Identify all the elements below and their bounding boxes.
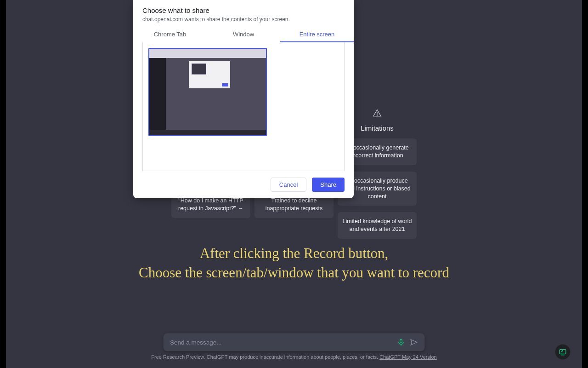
instruction-line-2: Choose the screen/tab/window that you wa… bbox=[0, 263, 588, 282]
footer-version-link[interactable]: ChatGPT May 24 Version bbox=[379, 354, 437, 360]
footer-text: Free Research Preview. ChatGPT may produ… bbox=[0, 354, 588, 360]
microphone-icon[interactable] bbox=[397, 338, 405, 346]
cancel-button[interactable]: Cancel bbox=[271, 178, 306, 192]
dialog-title: Choose what to share bbox=[133, 0, 354, 16]
tab-entire-screen[interactable]: Entire screen bbox=[280, 27, 354, 42]
letterbox-left bbox=[0, 0, 6, 368]
instruction-line-1: After clicking the Record button, bbox=[0, 244, 588, 263]
message-input[interactable]: Send a message... bbox=[164, 334, 424, 351]
message-placeholder: Send a message... bbox=[170, 339, 392, 346]
tab-window[interactable]: Window bbox=[207, 27, 280, 42]
dialog-buttons: Cancel Share bbox=[133, 171, 354, 192]
limitation-card[interactable]: Limited knowledge of world and events af… bbox=[338, 212, 417, 239]
record-screen-icon bbox=[559, 348, 567, 356]
warning-icon bbox=[373, 109, 382, 118]
limitations-title: Limitations bbox=[361, 124, 394, 132]
footer-disclaimer: Free Research Preview. ChatGPT may produ… bbox=[151, 354, 379, 360]
svg-rect-4 bbox=[560, 350, 566, 354]
svg-point-1 bbox=[377, 115, 377, 115]
screen-thumbnail-selected[interactable] bbox=[148, 48, 267, 136]
screen-share-dialog: Choose what to share chat.openai.com wan… bbox=[133, 0, 354, 198]
tab-chrome-tab[interactable]: Chrome Tab bbox=[133, 27, 207, 42]
share-button[interactable]: Share bbox=[312, 178, 345, 192]
send-icon[interactable] bbox=[410, 338, 418, 346]
instruction-text: After clicking the Record button, Choose… bbox=[0, 244, 588, 282]
share-thumbnails bbox=[142, 42, 345, 171]
record-button[interactable] bbox=[555, 344, 571, 360]
letterbox-right bbox=[582, 0, 588, 368]
dialog-subtitle: chat.openai.com wants to share the conte… bbox=[133, 16, 354, 27]
share-tabs: Chrome Tab Window Entire screen bbox=[133, 27, 354, 42]
svg-rect-2 bbox=[400, 339, 402, 343]
